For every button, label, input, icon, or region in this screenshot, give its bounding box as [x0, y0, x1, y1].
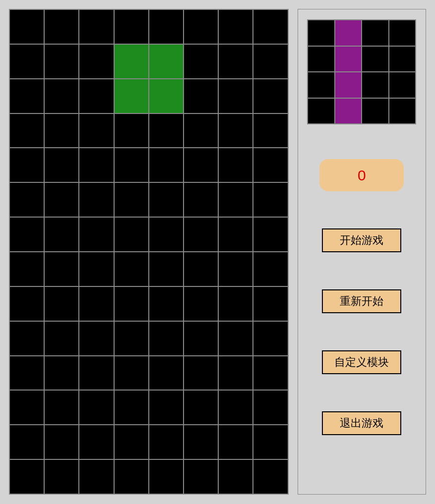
preview-cell: [362, 46, 389, 72]
preview-cell: [308, 46, 335, 72]
board-cell: [218, 321, 253, 356]
exit-button[interactable]: 退出游戏: [322, 411, 401, 435]
board-cell: [218, 113, 253, 148]
preview-cell: [308, 20, 335, 46]
preview-cell: [308, 98, 335, 124]
board-cell: [79, 148, 114, 182]
board-cell: [184, 390, 218, 425]
board-cell: [79, 9, 114, 44]
board-cell: [149, 459, 184, 494]
board-cell: [44, 459, 79, 494]
board-cell: [79, 459, 114, 494]
board-cell: [114, 79, 149, 113]
board-cell: [149, 321, 184, 356]
board-cell: [184, 459, 218, 494]
board-cell: [149, 113, 184, 148]
board-cell: [218, 79, 253, 113]
board-cell: [218, 425, 253, 459]
board-cell: [114, 459, 149, 494]
board-cell: [44, 113, 79, 148]
board-cell: [114, 425, 149, 459]
board-cell: [9, 217, 44, 252]
board-cell: [79, 217, 114, 252]
board-cell: [114, 390, 149, 425]
board-cell: [218, 390, 253, 425]
board-cell: [114, 321, 149, 356]
button-group: 开始游戏 重新开始 自定义模块 退出游戏: [298, 228, 426, 435]
board-cell: [44, 79, 79, 113]
custom-button[interactable]: 自定义模块: [322, 350, 401, 374]
board-cell: [149, 425, 184, 459]
game-board[interactable]: [9, 9, 289, 495]
board-cell: [44, 252, 79, 286]
board-cell: [9, 459, 44, 494]
board-cell: [149, 252, 184, 286]
board-cell: [114, 252, 149, 286]
board-cell: [149, 79, 184, 113]
board-cell: [44, 44, 79, 79]
board-cell: [218, 9, 253, 44]
board-cell: [114, 9, 149, 44]
score-display: 0: [319, 159, 404, 191]
sidebar: 0 开始游戏 重新开始 自定义模块 退出游戏: [298, 9, 426, 495]
board-cell: [44, 9, 79, 44]
board-cell: [184, 286, 218, 321]
board-cell: [253, 9, 288, 44]
board-cell: [9, 356, 44, 391]
board-cell: [44, 286, 79, 321]
board-cell: [184, 44, 218, 79]
board-cell: [253, 425, 288, 459]
board-cell: [149, 44, 184, 79]
board-cell: [253, 44, 288, 79]
board-cell: [149, 286, 184, 321]
board-cell: [218, 252, 253, 286]
board-cell: [44, 148, 79, 182]
board-cell: [184, 113, 218, 148]
board-cell: [114, 182, 149, 217]
board-cell: [79, 252, 114, 286]
board-cell: [184, 9, 218, 44]
restart-button[interactable]: 重新开始: [322, 289, 401, 313]
board-cell: [149, 217, 184, 252]
preview-cell: [389, 20, 416, 46]
board-cell: [218, 44, 253, 79]
board-cell: [253, 113, 288, 148]
preview-cell: [389, 98, 416, 124]
board-cell: [79, 425, 114, 459]
board-cell: [253, 356, 288, 391]
board-cell: [149, 148, 184, 182]
preview-cell: [362, 72, 389, 98]
board-cell: [149, 182, 184, 217]
board-cell: [9, 321, 44, 356]
board-cell: [79, 286, 114, 321]
board-cell: [9, 425, 44, 459]
preview-cell: [308, 72, 335, 98]
board-cell: [9, 286, 44, 321]
board-cell: [79, 79, 114, 113]
start-button[interactable]: 开始游戏: [322, 228, 401, 252]
board-cell: [44, 217, 79, 252]
board-cell: [9, 390, 44, 425]
board-cell: [79, 390, 114, 425]
board-cell: [79, 356, 114, 391]
board-cell: [253, 286, 288, 321]
preview-cell: [362, 20, 389, 46]
board-cell: [44, 390, 79, 425]
preview-cell: [335, 72, 362, 98]
board-cell: [253, 252, 288, 286]
board-cell: [79, 182, 114, 217]
board-cell: [44, 356, 79, 391]
board-cell: [253, 390, 288, 425]
board-cell: [149, 356, 184, 391]
board-cell: [9, 148, 44, 182]
board-cell: [79, 44, 114, 79]
board-cell: [253, 459, 288, 494]
board-cell: [253, 79, 288, 113]
board-cell: [218, 459, 253, 494]
board-cell: [184, 217, 218, 252]
board-cell: [9, 79, 44, 113]
board-cell: [44, 182, 79, 217]
board-cell: [253, 321, 288, 356]
next-piece-preview: [307, 19, 416, 124]
board-cell: [44, 425, 79, 459]
